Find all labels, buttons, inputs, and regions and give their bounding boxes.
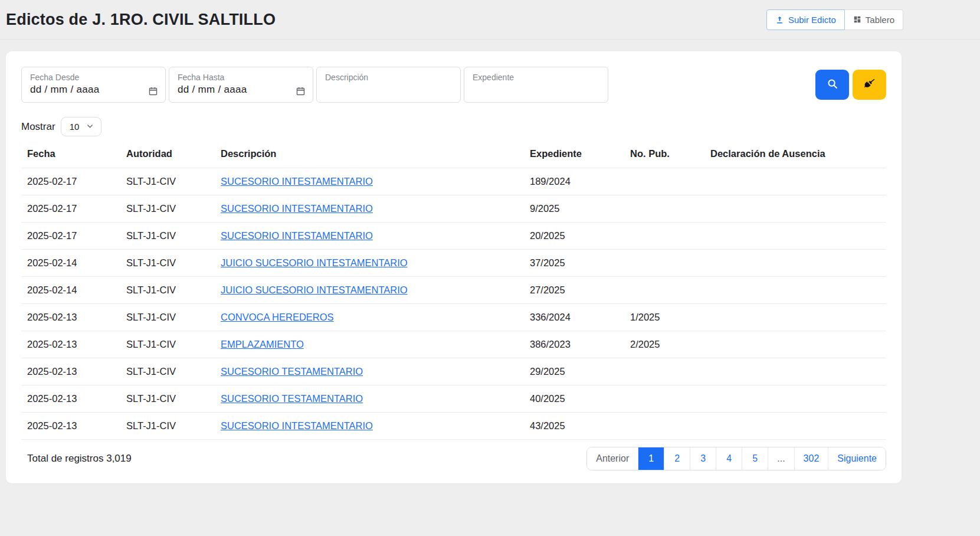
edict-description-link[interactable]: CONVOCA HEREDEROS xyxy=(221,312,334,322)
autoridad-cell: SLT-J1-CIV xyxy=(120,358,215,385)
page-size-row: Mostrar 10 xyxy=(21,117,886,136)
expediente-cell: 336/2024 xyxy=(524,304,624,331)
declaracion-cell xyxy=(704,195,886,223)
autoridad-cell: SLT-J1-CIV xyxy=(120,413,215,440)
col-header-fecha: Fecha xyxy=(21,142,120,168)
expediente-cell: 386/2023 xyxy=(524,331,624,358)
page-title: Edictos de J. 1RO. CIVIL SALTILLO xyxy=(6,11,276,29)
expediente-cell: 29/2025 xyxy=(524,358,624,385)
edict-description-link[interactable]: JUICIO SUCESORIO INTESTAMENTARIO xyxy=(221,257,408,268)
fecha-cell: 2025-02-13 xyxy=(21,304,120,331)
fecha-hasta-value: dd / mm / aaaa xyxy=(178,84,247,95)
calendar-icon[interactable] xyxy=(148,86,158,99)
page-header: Edictos de J. 1RO. CIVIL SALTILLO Subir … xyxy=(0,0,980,40)
autoridad-cell: SLT-J1-CIV xyxy=(120,223,215,250)
autoridad-cell: SLT-J1-CIV xyxy=(120,277,215,304)
pagination-item-1[interactable]: 1 xyxy=(638,447,664,470)
fecha-desde-input[interactable]: Fecha Desde dd / mm / aaaa xyxy=(21,67,166,103)
table-row: 2025-02-13SLT-J1-CIVEMPLAZAMIENTO386/202… xyxy=(21,331,886,358)
search-button[interactable] xyxy=(815,70,849,100)
edict-description-link[interactable]: EMPLAZAMIENTO xyxy=(221,339,304,349)
descripcion-cell: CONVOCA HEREDEROS xyxy=(215,304,524,331)
descripcion-cell: SUCESORIO TESTAMENTARIO xyxy=(215,358,524,385)
fecha-desde-label: Fecha Desde xyxy=(30,73,158,82)
table-row: 2025-02-13SLT-J1-CIVCONVOCA HEREDEROS336… xyxy=(21,304,886,331)
descripcion-cell: SUCESORIO INTESTAMENTARIO xyxy=(215,168,524,195)
edict-description-link[interactable]: SUCESORIO TESTAMENTARIO xyxy=(221,393,363,404)
no-pub-cell xyxy=(624,358,704,385)
autoridad-cell: SLT-J1-CIV xyxy=(120,331,215,358)
no-pub-cell xyxy=(624,223,704,250)
edict-description-link[interactable]: SUCESORIO INTESTAMENTARIO xyxy=(221,230,373,241)
edict-description-link[interactable]: SUCESORIO TESTAMENTARIO xyxy=(221,366,363,377)
autoridad-cell: SLT-J1-CIV xyxy=(120,385,215,413)
expediente-cell: 20/2025 xyxy=(524,223,624,250)
search-icon xyxy=(826,77,839,92)
fecha-cell: 2025-02-13 xyxy=(21,331,120,358)
no-pub-cell xyxy=(624,168,704,195)
expediente-label: Expediente xyxy=(473,73,601,82)
expediente-cell: 40/2025 xyxy=(524,385,624,413)
table-row: 2025-02-14SLT-J1-CIVJUICIO SUCESORIO INT… xyxy=(21,250,886,277)
descripcion-cell: JUICIO SUCESORIO INTESTAMENTARIO xyxy=(215,250,524,277)
page-size-select[interactable]: 10 xyxy=(61,117,102,136)
descripcion-cell: SUCESORIO INTESTAMENTARIO xyxy=(215,223,524,250)
total-records-label: Total de registros 3,019 xyxy=(27,453,132,465)
descripcion-cell: JUICIO SUCESORIO INTESTAMENTARIO xyxy=(215,277,524,304)
descripcion-cell: SUCESORIO INTESTAMENTARIO xyxy=(215,413,524,440)
descripcion-label: Descripción xyxy=(325,73,453,82)
expediente-input[interactable]: Expediente xyxy=(464,67,608,103)
board-button[interactable]: Tablero xyxy=(845,9,903,30)
clear-filters-button[interactable] xyxy=(853,70,886,100)
expediente-cell: 27/2025 xyxy=(524,277,624,304)
declaracion-cell xyxy=(704,385,886,413)
fecha-cell: 2025-02-13 xyxy=(21,413,120,440)
header-button-group: Subir Edicto Tablero xyxy=(766,9,903,30)
pagination-item-4[interactable]: 4 xyxy=(716,447,742,470)
pagination-item-2[interactable]: 2 xyxy=(664,447,690,470)
fecha-hasta-input[interactable]: Fecha Hasta dd / mm / aaaa xyxy=(169,67,313,103)
pagination-item-5[interactable]: 5 xyxy=(742,447,768,470)
table-row: 2025-02-13SLT-J1-CIVSUCESORIO INTESTAMEN… xyxy=(21,413,886,440)
expediente-cell: 37/2025 xyxy=(524,250,624,277)
descripcion-input[interactable]: Descripción xyxy=(316,67,461,103)
no-pub-cell xyxy=(624,277,704,304)
no-pub-cell: 1/2025 xyxy=(624,304,704,331)
pagination-item-302[interactable]: 302 xyxy=(794,447,828,470)
edict-description-link[interactable]: SUCESORIO INTESTAMENTARIO xyxy=(221,420,373,431)
fecha-desde-value: dd / mm / aaaa xyxy=(30,84,100,95)
edict-description-link[interactable]: SUCESORIO INTESTAMENTARIO xyxy=(221,203,373,214)
table-row: 2025-02-13SLT-J1-CIVSUCESORIO TESTAMENTA… xyxy=(21,358,886,385)
dashboard-grid-icon xyxy=(853,15,861,24)
declaracion-cell xyxy=(704,277,886,304)
descripcion-cell: SUCESORIO INTESTAMENTARIO xyxy=(215,195,524,223)
card-footer: Total de registros 3,019 Anterior12345..… xyxy=(21,439,886,474)
col-header-no-pub: No. Pub. xyxy=(624,142,704,168)
pagination-item--: ... xyxy=(768,447,794,470)
pagination-item-siguiente[interactable]: Siguiente xyxy=(828,447,886,470)
edict-description-link[interactable]: JUICIO SUCESORIO INTESTAMENTARIO xyxy=(221,285,408,295)
col-header-expediente: Expediente xyxy=(524,142,624,168)
fecha-hasta-label: Fecha Hasta xyxy=(178,73,306,82)
pagination: Anterior12345...302Siguiente xyxy=(586,447,886,470)
fecha-cell: 2025-02-13 xyxy=(21,385,120,413)
declaracion-cell xyxy=(704,304,886,331)
calendar-icon[interactable] xyxy=(296,86,306,99)
fecha-cell: 2025-02-14 xyxy=(21,250,120,277)
col-header-declaracion: Declaración de Ausencia xyxy=(704,142,886,168)
autoridad-cell: SLT-J1-CIV xyxy=(120,304,215,331)
expediente-cell: 43/2025 xyxy=(524,413,624,440)
edict-description-link[interactable]: SUCESORIO INTESTAMENTARIO xyxy=(221,176,373,187)
no-pub-cell xyxy=(624,250,704,277)
table-row: 2025-02-17SLT-J1-CIVSUCESORIO INTESTAMEN… xyxy=(21,195,886,223)
expediente-cell: 189/2024 xyxy=(524,168,624,195)
no-pub-cell xyxy=(624,385,704,413)
mostrar-label: Mostrar xyxy=(21,121,55,133)
descripcion-cell: SUCESORIO TESTAMENTARIO xyxy=(215,385,524,413)
pagination-item-3[interactable]: 3 xyxy=(690,447,716,470)
table-header-row: Fecha Autoridad Descripción Expediente N… xyxy=(21,142,886,168)
declaracion-cell xyxy=(704,331,886,358)
declaracion-cell xyxy=(704,168,886,195)
upload-edict-button[interactable]: Subir Edicto xyxy=(766,9,845,30)
fecha-cell: 2025-02-17 xyxy=(21,223,120,250)
